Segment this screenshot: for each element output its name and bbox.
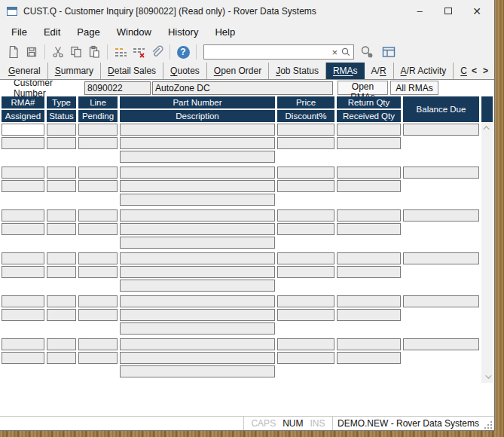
search-input[interactable] xyxy=(206,47,328,57)
cell-pending[interactable] xyxy=(78,352,118,364)
menu-file[interactable]: File xyxy=(3,24,35,40)
cell-price[interactable] xyxy=(277,338,334,350)
cell-assigned[interactable] xyxy=(2,352,44,364)
cell-description[interactable] xyxy=(120,180,275,192)
cell-balance-due[interactable] xyxy=(403,295,479,307)
scroll-down-button[interactable] xyxy=(481,371,493,383)
cell-description-2[interactable] xyxy=(120,322,275,335)
cell-status[interactable] xyxy=(47,352,76,364)
open-rmas-button[interactable]: Open RMAs xyxy=(338,81,388,95)
menu-history[interactable]: History xyxy=(160,24,206,40)
header-pending[interactable]: Pending xyxy=(78,110,118,122)
cell-received-qty[interactable] xyxy=(337,309,401,321)
cell-pending[interactable] xyxy=(78,180,118,192)
minimize-button[interactable]: – xyxy=(405,5,434,17)
title-bar[interactable]: CUST.Q - Customer Inquiry [8090022] (Rea… xyxy=(0,0,494,22)
cell-price[interactable] xyxy=(277,295,334,307)
cell-return-qty[interactable] xyxy=(337,167,401,179)
cell-description-2[interactable] xyxy=(120,365,275,377)
cell-assigned[interactable] xyxy=(2,223,44,235)
cell-received-qty[interactable] xyxy=(337,137,401,149)
cell-part-number[interactable] xyxy=(120,209,275,222)
cell-rma[interactable] xyxy=(2,295,44,307)
tab-contacts[interactable]: Contacts xyxy=(454,63,467,79)
cell-balance-due[interactable] xyxy=(403,209,479,222)
cell-type[interactable] xyxy=(47,124,76,136)
cell-price[interactable] xyxy=(277,209,334,222)
cell-description-2[interactable] xyxy=(120,151,275,163)
cell-rma[interactable] xyxy=(2,252,44,264)
cell-discount[interactable] xyxy=(277,223,334,235)
cell-line[interactable] xyxy=(78,167,118,179)
cell-part-number[interactable] xyxy=(120,124,275,136)
cell-received-qty[interactable] xyxy=(337,180,401,192)
cell-type[interactable] xyxy=(47,338,76,350)
cell-return-qty[interactable] xyxy=(337,252,401,264)
cell-status[interactable] xyxy=(47,223,76,235)
cell-balance-due[interactable] xyxy=(403,124,479,136)
cell-status[interactable] xyxy=(47,309,76,321)
cell-pending[interactable] xyxy=(78,223,118,235)
header-line[interactable]: Line xyxy=(78,96,118,108)
scroll-up-button[interactable] xyxy=(481,122,493,134)
tab-open-order[interactable]: Open Order xyxy=(207,63,269,79)
cell-discount[interactable] xyxy=(277,180,334,192)
cell-pending[interactable] xyxy=(78,309,118,321)
cell-type[interactable] xyxy=(47,167,76,179)
tab-a-r-activity[interactable]: A/R Activity xyxy=(394,63,454,79)
cell-rma[interactable] xyxy=(2,209,44,222)
cell-return-qty[interactable] xyxy=(337,209,401,222)
cell-part-number[interactable] xyxy=(120,338,275,350)
cell-balance-due[interactable] xyxy=(403,338,479,350)
help-icon[interactable]: ? xyxy=(175,44,191,60)
cell-part-number[interactable] xyxy=(120,167,275,179)
tab-scroll-right-icon[interactable]: > xyxy=(483,66,488,76)
tab-scroll-left-icon[interactable]: < xyxy=(472,66,477,76)
cell-line[interactable] xyxy=(78,124,118,136)
all-rmas-button[interactable]: All RMAs xyxy=(390,81,438,95)
delete-row-icon[interactable] xyxy=(130,44,147,60)
resize-grip[interactable] xyxy=(484,420,493,429)
cell-discount[interactable] xyxy=(277,309,334,321)
cell-return-qty[interactable] xyxy=(337,124,401,136)
header-return-qty[interactable]: Return Qty xyxy=(337,96,401,108)
cell-type[interactable] xyxy=(47,252,76,264)
header-received-qty[interactable]: Received Qty xyxy=(337,110,401,122)
cell-received-qty[interactable] xyxy=(337,266,401,278)
cell-received-qty[interactable] xyxy=(337,352,401,364)
header-type[interactable]: Type xyxy=(47,96,76,108)
cell-price[interactable] xyxy=(277,167,334,179)
maximize-button[interactable] xyxy=(434,5,463,17)
cell-line[interactable] xyxy=(78,252,118,264)
cell-return-qty[interactable] xyxy=(337,295,401,307)
cell-assigned[interactable] xyxy=(2,266,44,278)
header-balance-due[interactable]: Balance Due xyxy=(403,96,479,122)
scrollbar-track[interactable] xyxy=(481,134,493,371)
header-discount[interactable]: Discount% xyxy=(277,110,334,122)
cell-return-qty[interactable] xyxy=(337,338,401,350)
cell-status[interactable] xyxy=(47,137,76,149)
header-assigned[interactable]: Assigned xyxy=(2,110,44,122)
attachment-icon[interactable] xyxy=(148,44,165,60)
customer-name-input[interactable] xyxy=(152,81,333,95)
cell-assigned[interactable] xyxy=(2,180,44,192)
header-price[interactable]: Price xyxy=(277,96,334,108)
cell-discount[interactable] xyxy=(277,137,334,149)
cell-description-2[interactable] xyxy=(120,194,275,206)
window-layout-icon[interactable] xyxy=(380,44,397,60)
header-part-number[interactable]: Part Number xyxy=(120,96,275,108)
cut-icon[interactable] xyxy=(50,44,66,60)
menu-edit[interactable]: Edit xyxy=(35,24,69,40)
cell-discount[interactable] xyxy=(277,266,334,278)
menu-page[interactable]: Page xyxy=(69,24,108,40)
cell-rma[interactable] xyxy=(2,338,44,350)
cell-description[interactable] xyxy=(120,137,275,149)
cell-balance-due[interactable] xyxy=(403,167,479,179)
cell-status[interactable] xyxy=(47,266,76,278)
tab-job-status[interactable]: Job Status xyxy=(269,63,326,79)
cell-rma[interactable] xyxy=(2,124,44,136)
cell-type[interactable] xyxy=(47,295,76,307)
cell-description-2[interactable] xyxy=(120,237,275,249)
tab-a-r[interactable]: A/R xyxy=(365,63,394,79)
cell-part-number[interactable] xyxy=(120,295,275,307)
